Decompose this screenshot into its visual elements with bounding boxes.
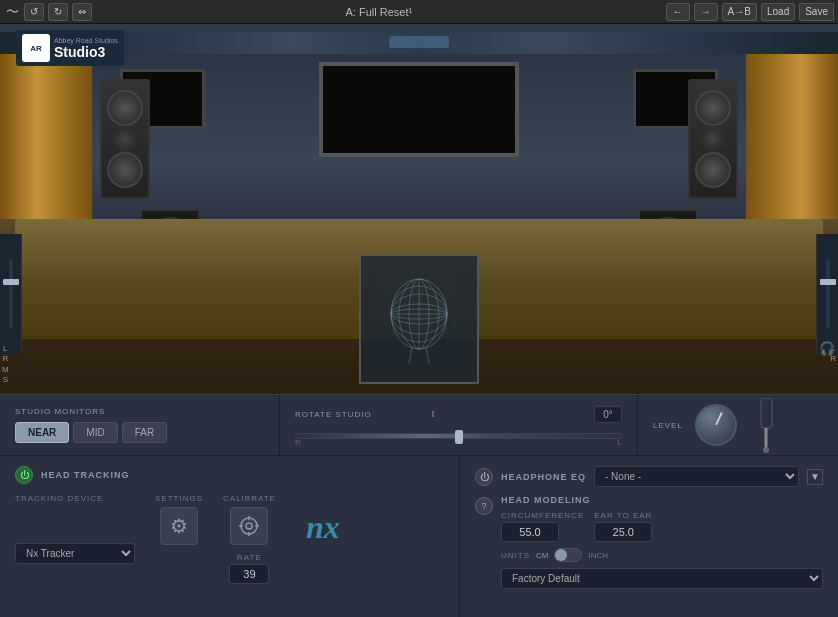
monitors-row: STUDIO MONITORS NEAR MID FAR ROTATE STUD…	[0, 394, 838, 456]
rotate-label: ROTATE STUDIO	[295, 410, 372, 419]
tracking-device-select[interactable]: Nx Tracker	[15, 543, 135, 564]
rotate-slider-container[interactable]: R L	[295, 427, 622, 445]
cable-icon	[749, 398, 784, 453]
arrow-left-button[interactable]: ←	[666, 3, 690, 21]
svg-point-13	[763, 447, 769, 453]
svg-line-9	[426, 347, 429, 364]
near-button[interactable]: NEAR	[15, 422, 69, 443]
top-bar: 〜 ↺ ↻ ⇔ A: Full Reset¹ ← → A→B Load Save	[0, 0, 838, 24]
mid-button[interactable]: MID	[73, 422, 117, 443]
main-screen	[319, 62, 519, 157]
headphone-section: ⏻ HEADPHONE EQ - None - ▼ ? HEAD MODELIN…	[460, 456, 838, 617]
calibrate-col: CALIBRATE RATE 3	[223, 494, 276, 584]
head-tracking-title: HEAD TRACKING	[41, 470, 130, 480]
save-button[interactable]: Save	[799, 3, 834, 21]
level-knob[interactable]	[695, 404, 737, 446]
level-slider-right[interactable]	[816, 234, 838, 354]
ceiling	[0, 32, 838, 54]
speaker-back-right	[688, 79, 738, 199]
rotate-value: 0°	[594, 406, 622, 423]
head-tracking-section: ⏻ HEAD TRACKING TRACKING DEVICE Nx Track…	[0, 456, 460, 617]
calibrate-icon	[238, 515, 260, 537]
studio-product-name: Studio3	[54, 44, 118, 60]
headphone-eq-power-button[interactable]: ⏻	[475, 468, 493, 486]
headphone-eq-row: ⏻ HEADPHONE EQ - None - ▼	[475, 466, 823, 487]
rotate-studio-section: ROTATE STUDIO I 0° R L	[280, 395, 638, 455]
head-tracking-content: TRACKING DEVICE Nx Tracker SETTINGS ⚙ CA…	[15, 494, 444, 584]
head-model-display	[359, 254, 479, 384]
ear-to-ear-col: EAR TO EAR 25.0	[594, 511, 652, 542]
level-slider-left[interactable]	[0, 234, 22, 354]
tracking-device-col: TRACKING DEVICE Nx Tracker	[15, 494, 135, 564]
controls-area: STUDIO MONITORS NEAR MID FAR ROTATE STUD…	[0, 394, 838, 617]
studio-monitors-section: STUDIO MONITORS NEAR MID FAR	[0, 395, 280, 455]
calibrate-button[interactable]	[230, 507, 268, 545]
circumference-col: CIRCUMFERENCE 55.0	[501, 511, 584, 542]
lrms-labels-left: L R M S	[2, 344, 9, 386]
logo-icon: AR	[22, 34, 50, 62]
nx-logo: nx	[306, 509, 340, 546]
head-modeling-row: ? HEAD MODELING CIRCUMFERENCE 55.0 EAR T…	[475, 495, 823, 589]
svg-line-8	[409, 347, 412, 364]
bottom-row: ⏻ HEAD TRACKING TRACKING DEVICE Nx Track…	[0, 456, 838, 617]
head-modeling-params: CIRCUMFERENCE 55.0 EAR TO EAR 25.0	[501, 511, 823, 542]
units-toggle-thumb	[555, 549, 567, 561]
cm-label: CM	[536, 551, 548, 560]
units-toggle[interactable]	[554, 548, 582, 562]
level-section: LEVEL	[638, 395, 838, 455]
top-bar-right: ← → A→B Load Save	[666, 3, 834, 21]
calibrate-label: CALIBRATE	[223, 494, 276, 503]
rate-col: RATE 39	[229, 553, 269, 584]
l-label: L	[618, 438, 622, 447]
svg-point-15	[246, 523, 252, 529]
headphone-eq-select[interactable]: - None -	[594, 466, 799, 487]
headphone-icon: 🎧	[819, 341, 835, 356]
arrow-right-button[interactable]: →	[694, 3, 718, 21]
load-button[interactable]: Load	[761, 3, 795, 21]
head-model-svg	[379, 269, 459, 369]
headphone-eq-title: HEADPHONE EQ	[501, 472, 586, 482]
rate-label: RATE	[237, 553, 262, 562]
compare-button[interactable]: ⇔	[72, 3, 92, 21]
inch-label: INCH	[588, 551, 608, 560]
branding: AR Abbey Road Studios Studio3	[16, 30, 124, 66]
studio-visual: AR Abbey Road Studios Studio3	[0, 24, 838, 394]
units-row: UNITS CM INCH	[501, 548, 823, 562]
tracking-device-label: TRACKING DEVICE	[15, 494, 135, 503]
settings-label: SETTINGS	[155, 494, 203, 503]
headphone-eq-dropdown-arrow[interactable]: ▼	[807, 469, 823, 485]
rotate-center-marker: I	[432, 409, 435, 419]
monitors-buttons: NEAR MID FAR	[15, 422, 264, 443]
monitors-section-label: STUDIO MONITORS	[15, 407, 264, 416]
settings-gear-button[interactable]: ⚙	[160, 507, 198, 545]
far-button[interactable]: FAR	[122, 422, 167, 443]
ear-to-ear-value: 25.0	[594, 522, 652, 542]
back-wall	[90, 54, 748, 234]
undo-button[interactable]: ↺	[24, 3, 44, 21]
svg-rect-11	[761, 398, 772, 428]
studio-brand-name: Abbey Road Studios	[54, 37, 118, 44]
settings-col: SETTINGS ⚙	[155, 494, 203, 545]
svg-point-14	[241, 518, 257, 534]
circumference-value: 55.0	[501, 522, 559, 542]
ear-to-ear-label: EAR TO EAR	[594, 511, 652, 520]
rate-value: 39	[229, 564, 269, 584]
factory-default-select[interactable]: Factory Default	[501, 568, 823, 589]
head-modeling-help-button[interactable]: ?	[475, 497, 493, 515]
preset-title: A: Full Reset¹	[96, 6, 662, 18]
rotate-slider-thumb[interactable]	[455, 430, 463, 444]
circumference-label: CIRCUMFERENCE	[501, 511, 584, 520]
waves-logo-icon: 〜	[4, 4, 20, 20]
units-label: UNITS	[501, 551, 530, 560]
head-modeling-title: HEAD MODELING	[501, 495, 823, 505]
level-label: LEVEL	[653, 421, 683, 430]
ab-button[interactable]: A→B	[722, 3, 757, 21]
head-tracking-power-button[interactable]: ⏻	[15, 466, 33, 484]
redo-button[interactable]: ↻	[48, 3, 68, 21]
speaker-back-left	[100, 79, 150, 199]
head-modeling-content: HEAD MODELING CIRCUMFERENCE 55.0 EAR TO …	[501, 495, 823, 589]
r-label: R	[295, 438, 301, 447]
head-tracking-header: ⏻ HEAD TRACKING	[15, 466, 444, 484]
